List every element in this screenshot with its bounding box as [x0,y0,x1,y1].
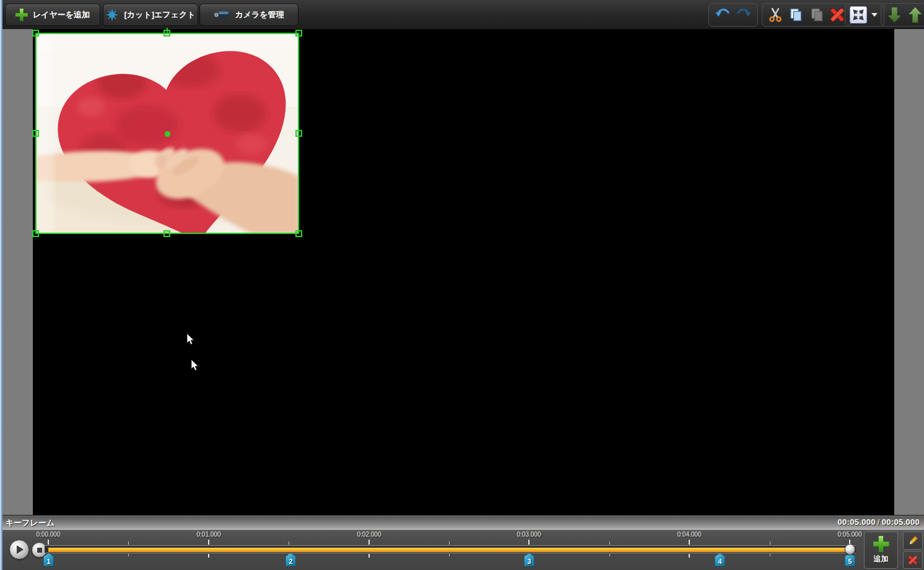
selection-center-handle[interactable] [165,131,170,137]
blue-star-icon [105,8,119,22]
add-layer-button[interactable]: レイヤーを追加 [5,4,100,26]
timeline-track[interactable] [45,545,856,553]
paste-button[interactable] [808,6,826,24]
time-total: 00:05.000 [882,517,920,527]
red-x-icon [908,555,918,565]
timeline-tick-label: 0:05.000 [838,531,862,538]
add-layer-label: レイヤーを追加 [33,9,90,20]
timeline-minor-tick [289,542,289,545]
undo-redo-group [708,3,758,27]
keyframe-panel-header: キーフレーム 00:05.000/00:05.000 [0,515,924,530]
selection-handle-se[interactable] [295,230,302,237]
timeline-major-tick [689,554,690,558]
keyframe-panel-body: 0:00.0000:01.0000:02.0000:03.0000:04.000… [0,530,924,570]
move-down-button[interactable] [886,6,904,24]
timeline-tick-label: 0:01.000 [197,531,221,538]
keyframe-marker[interactable]: 5 [845,553,855,566]
keyframe-marker[interactable]: 2 [285,553,296,566]
timeline-major-tick [48,540,49,545]
fit-screen-group [845,3,884,27]
selection-handle-sw[interactable] [32,230,39,237]
timeline-minor-tick [609,542,610,545]
keyframe-marker-number: 3 [527,557,531,566]
timeline-minor-tick [609,554,610,556]
cursor-arrow [191,360,199,372]
timeline-ruler: 0:00.0000:01.0000:02.0000:03.0000:04.000… [0,530,924,570]
cut-button[interactable] [767,6,784,24]
timeline-major-tick [208,540,209,545]
keyframe-marker[interactable]: 1 [43,553,54,566]
selection-handle-n[interactable] [163,30,170,37]
timeline-major-tick [368,554,370,558]
selection-handle-nw[interactable] [32,30,39,37]
redo-button[interactable] [735,6,754,24]
keyframe-marker[interactable]: 3 [524,553,534,566]
red-x-icon [830,7,845,22]
time-separator: / [876,517,882,527]
timeline-minor-tick [449,554,450,556]
timeline-tick-label: 0:02.000 [357,531,381,538]
time-display: 00:05.000/00:05.000 [838,517,920,527]
move-up-button[interactable] [907,6,924,24]
selection-handle-e[interactable] [295,130,302,137]
manage-camera-label: カメラを管理 [235,9,284,20]
selection-handle-ne[interactable] [295,30,302,37]
layer-order-group [881,3,924,27]
redo-arrow-icon [736,7,752,22]
timeline-tick-label: 0:00.000 [37,531,61,538]
top-toolbar: レイヤーを追加 [カット]エフェクト カメラを管理 [2,0,924,30]
pencil-icon [907,535,918,546]
fit-screen-button[interactable] [850,6,867,24]
copy-button[interactable] [787,6,804,24]
camera-icon [214,9,230,20]
stage-background [2,29,924,515]
scissors-icon [768,7,783,22]
timeline-tick-label: 0:03.000 [517,531,541,538]
clipboard-group [762,3,851,27]
timeline-major-tick [208,554,209,558]
green-down-arrow-icon [888,7,901,23]
undo-button[interactable] [713,6,732,24]
timeline-minor-tick [128,542,129,545]
cut-effect-button[interactable]: [カット]エフェクト [103,4,198,26]
timeline-playhead[interactable] [845,544,855,555]
window-frame-edge [0,0,2,570]
keyframe-marker-number: 1 [46,557,50,566]
manage-camera-button[interactable]: カメラを管理 [199,4,299,26]
plus-icon [15,9,28,21]
timeline-minor-tick [449,542,450,545]
add-keyframe-button[interactable]: 追加 [864,532,898,569]
keyframe-marker[interactable]: 4 [715,553,725,566]
timeline-major-tick [528,540,530,545]
keyframe-panel: キーフレーム 00:05.000/00:05.000 0:00.0000:01.… [0,515,924,570]
heart-photo-layer[interactable] [35,33,299,234]
timeline-minor-tick [770,554,770,556]
keyframe-panel-title: キーフレーム [6,517,54,529]
delete-keyframe-button[interactable] [903,551,923,569]
timeline-minor-tick [128,554,129,556]
edit-keyframe-button[interactable] [903,532,923,550]
copy-documents-icon [788,7,803,22]
undo-arrow-icon [715,7,731,22]
video-preview-viewport [33,29,894,515]
selection-handle-s[interactable] [163,230,170,237]
selection-handle-w[interactable] [32,130,39,137]
add-keyframe-label: 追加 [874,554,889,564]
green-up-arrow-icon [909,7,922,23]
plus-icon [873,536,889,552]
dropdown-caret-icon[interactable] [871,13,878,17]
paste-document-icon [809,7,824,22]
keyframe-marker-number: 2 [289,557,292,566]
app-window: レイヤーを追加 [カット]エフェクト カメラを管理 [0,0,924,570]
keyframe-marker-number: 4 [718,557,721,566]
timeline-tick-label: 0:04.000 [678,531,702,538]
timeline-major-tick [689,540,690,545]
cursor-arrow [186,334,195,346]
expand-arrows-icon [852,9,865,21]
timeline-progress-fill [48,548,850,552]
timeline-major-tick [368,540,370,545]
time-current: 00:05.000 [838,517,876,527]
delete-button[interactable] [829,6,846,24]
keyframe-marker-number: 5 [848,557,852,566]
timeline-minor-tick [770,542,770,545]
